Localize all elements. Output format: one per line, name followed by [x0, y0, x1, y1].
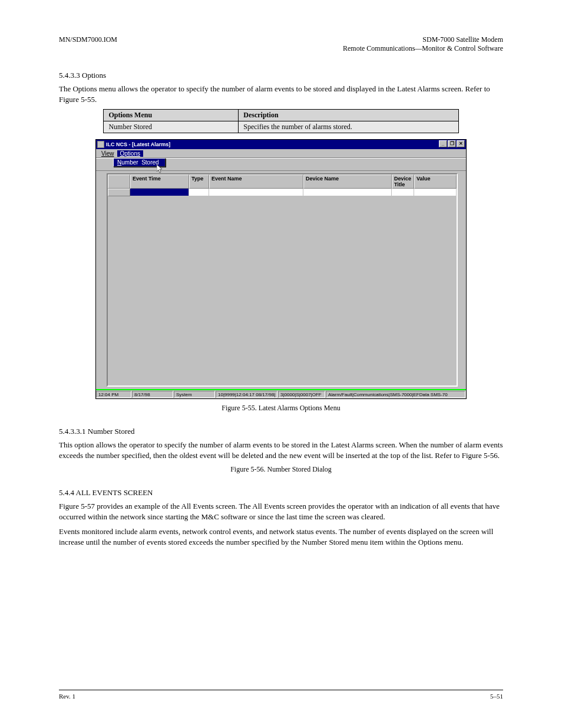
- grid-cell-device-title[interactable]: [392, 189, 414, 196]
- page-footer: Rev. 1 5–51: [59, 690, 503, 700]
- grid-header-row: Event Time Type Event Name Device Name D…: [108, 174, 457, 189]
- footer-right: 5–51: [490, 693, 503, 700]
- header-right-1: SDM-7000 Satellite Modem: [343, 35, 503, 44]
- section-number-stored-title: 5.4.3.3.1 Number Stored: [59, 427, 503, 436]
- figure-56-caption: Figure 5-56. Number Stored Dialog: [59, 465, 503, 474]
- menu-options[interactable]: Options: [117, 150, 143, 157]
- grid-header-type[interactable]: Type: [189, 174, 209, 189]
- grid-header-rowhdr[interactable]: [108, 174, 130, 189]
- section-all-events-title: 5.4.4 ALL EVENTS SCREEN: [59, 488, 503, 498]
- section-all-events-p1: Figure 5-57 provides an example of the A…: [59, 501, 503, 522]
- grid-header-value[interactable]: Value: [414, 174, 457, 189]
- status-msg3: Alarm/Fault|Communications|SMS-7000|EFDa…: [326, 391, 465, 398]
- section-options-title: 5.4.3.3 Options: [59, 71, 503, 80]
- grid-header-device-name[interactable]: Device Name: [303, 174, 392, 189]
- grid-header-event-time[interactable]: Event Time: [130, 174, 189, 189]
- options-table: Options Menu Description Number Stored S…: [103, 109, 458, 133]
- status-msg2: 3|0000|S|0007|OFF: [278, 391, 325, 398]
- grid-cell-event-time[interactable]: [130, 189, 189, 196]
- app-icon: [97, 141, 104, 148]
- status-msg1: 10|9999|12:04:17 08/17/98|: [216, 391, 277, 398]
- maximize-button[interactable]: ❐: [448, 140, 456, 147]
- section-all-events-p2: Events monitored include alarm events, n…: [59, 526, 503, 547]
- footer-left: Rev. 1: [59, 693, 75, 700]
- options-table-header-desc: Description: [239, 110, 458, 121]
- grid-cell-rowhdr[interactable]: [108, 189, 130, 196]
- options-table-header-menu: Options Menu: [104, 110, 239, 121]
- grid-row[interactable]: [108, 189, 457, 196]
- grid-header-event-name[interactable]: Event Name: [209, 174, 303, 189]
- grid-cell-device-name[interactable]: [303, 189, 392, 196]
- grid-cell-event-name[interactable]: [209, 189, 303, 196]
- figure-55-caption: Figure 5-55. Latest Alarms Options Menu: [59, 404, 503, 413]
- grid-cell-type[interactable]: [189, 189, 209, 196]
- minimize-button[interactable]: _: [439, 140, 447, 147]
- cursor-icon: [157, 164, 164, 175]
- header-right-2: Remote Communications—Monitor & Control …: [343, 44, 503, 53]
- status-time: 12:04 PM: [96, 391, 131, 398]
- menu-bar: View Options: [96, 149, 466, 158]
- section-options-intro: The Options menu allows the operator to …: [59, 84, 503, 104]
- alarms-grid[interactable]: Event Time Type Event Name Device Name D…: [107, 173, 458, 387]
- menu-view[interactable]: View: [98, 150, 117, 157]
- status-owner: System: [174, 391, 215, 398]
- options-table-cell-desc: Specifies the number of alarms stored.: [239, 121, 458, 133]
- grid-cell-value[interactable]: [414, 189, 457, 196]
- running-header: MN/SDM7000.IOM SDM-7000 Satellite Modem …: [59, 35, 503, 53]
- status-bar: 12:04 PM 8/17/98 System 10|9999|12:04:17…: [96, 389, 466, 398]
- header-left: MN/SDM7000.IOM: [59, 35, 117, 53]
- status-date: 8/17/98: [132, 391, 173, 398]
- section-number-stored-body: This option allows the operator to speci…: [59, 440, 503, 460]
- grid-header-device-title[interactable]: Device Title: [392, 174, 414, 189]
- window-titlebar[interactable]: ILC NCS - [Latest Alarms] _ ❐ ✕: [96, 140, 466, 149]
- window-title: ILC NCS - [Latest Alarms]: [106, 141, 170, 147]
- options-table-cell-menu: Number Stored: [104, 121, 239, 133]
- close-button[interactable]: ✕: [457, 140, 465, 147]
- latest-alarms-screenshot: ILC NCS - [Latest Alarms] _ ❐ ✕ View Opt…: [95, 139, 467, 399]
